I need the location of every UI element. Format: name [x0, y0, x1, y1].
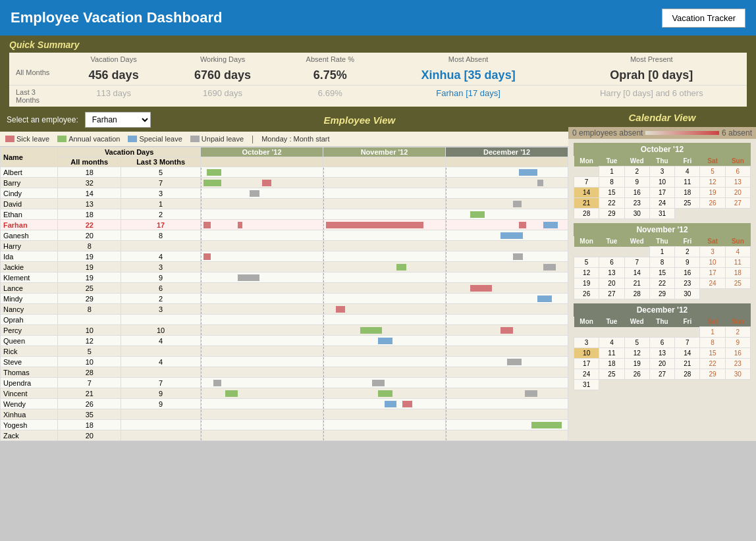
emp-last3: 8	[121, 230, 201, 241]
nov-week2: 567 89 1011	[574, 257, 751, 268]
emp-name: Xinhua	[1, 409, 58, 420]
emp-all-months: 21	[58, 388, 121, 399]
last3-label: Last 3 Months	[9, 86, 62, 107]
nov-header: November '12	[323, 147, 446, 157]
emp-name: Mindy	[1, 294, 58, 304]
emp-all-months: 19	[58, 251, 121, 262]
last3-most-absent: Farhan [17 days]	[436, 88, 500, 98]
all-most-absent: Xinhua [35 days]	[421, 68, 516, 82]
dec-week1: 12	[574, 327, 751, 338]
all-months-col-header: All months	[58, 157, 121, 167]
quick-summary-title: Quick Summary	[9, 39, 747, 50]
emp-last3: 7	[121, 178, 201, 188]
legend-annual: Annual vacation	[57, 135, 120, 143]
emp-last3: 4	[121, 251, 201, 262]
emp-last3	[121, 420, 201, 430]
employee-view-title: Employee View	[157, 115, 562, 126]
employee-select[interactable]: Farhan	[85, 112, 151, 128]
dec-cal-grid: MonTueWed ThuFri SatSun 12 345 67 89 101…	[574, 317, 751, 390]
emp-last3: 4	[121, 336, 201, 346]
last3-col-header: Last 3 Months	[121, 157, 201, 167]
summary-table: Vacation Days Working Days Absent Rate %…	[9, 53, 747, 107]
emp-last3	[121, 315, 201, 325]
absence-gradient	[645, 131, 719, 135]
oct-31: 31	[649, 209, 674, 219]
nov-week4: 192021 2223 2425	[574, 278, 751, 289]
emp-last3: 3	[121, 262, 201, 272]
table-row: Klement199	[1, 272, 568, 283]
table-row: Yogesh18	[1, 420, 568, 430]
emp-name: Thomas	[1, 367, 58, 378]
oct-26: 26	[700, 198, 725, 209]
table-row: Ida194	[1, 251, 568, 262]
oct-14: 14	[574, 188, 599, 198]
emp-last3	[121, 367, 201, 378]
emp-name: Steve	[1, 357, 58, 367]
table-row: Harry8	[1, 241, 568, 251]
oct-16: 16	[624, 188, 649, 198]
oct-15: 15	[599, 188, 624, 198]
dec-week4: 171819 2021 2223	[574, 359, 751, 369]
emp-all-months: 7	[58, 378, 121, 388]
oct-18: 18	[675, 188, 700, 198]
all-vacation-days: 456 days	[89, 68, 139, 82]
emp-name: Ganesh	[1, 230, 58, 241]
emp-all-months: 26	[58, 399, 121, 409]
table-row: Oprah	[1, 315, 568, 325]
table-row: David131	[1, 199, 568, 209]
emp-all-months: 20	[58, 430, 121, 441]
nov-week3: 121314 1516 1718	[574, 268, 751, 278]
absent-min-label: 0 employees absent	[572, 128, 643, 138]
emp-all-months: 18	[58, 209, 121, 220]
emp-name: Zack	[1, 430, 58, 441]
oct-week4: 21 22 23 24 25 26 27	[574, 198, 751, 209]
select-employee-label: Select an employee:	[7, 115, 78, 124]
special-icon	[128, 136, 137, 142]
sun-header: Sun	[725, 156, 750, 167]
oct-days-header	[201, 157, 323, 167]
emp-last3: 5	[121, 167, 201, 178]
emp-name: Ida	[1, 251, 58, 262]
all-working-days: 6760 days	[194, 68, 251, 82]
emp-all-months	[58, 315, 121, 325]
table-row: Nancy83	[1, 304, 568, 315]
annual-label: Annual vacation	[68, 135, 120, 143]
october-calendar: October '12 Mon Tue Wed Thu Fri Sat Sun …	[574, 143, 751, 219]
special-label: Special leave	[139, 135, 182, 143]
emp-name: Jackie	[1, 262, 58, 272]
table-row: Wendy269	[1, 399, 568, 409]
vacation-tracker-button[interactable]: Vacation Tracker	[662, 9, 745, 28]
dec-week6: 31	[574, 380, 751, 390]
oct-header: October '12	[201, 147, 323, 157]
mon-header: Mon	[574, 156, 599, 167]
wed-header: Wed	[624, 156, 649, 167]
oct-week2: 7 8 9 10 11 12 13	[574, 177, 751, 188]
oct-week5: 28 29 30 31	[574, 209, 751, 219]
emp-name: Cindy	[1, 188, 58, 199]
summary-col-vacation: Vacation Days	[62, 53, 165, 66]
nov-cal-grid: MonTueWed ThuFri SatSun 12 34 567 89 101…	[574, 236, 751, 299]
emp-last3: 1	[121, 199, 201, 209]
emp-all-months: 5	[58, 346, 121, 357]
emp-name: Rick	[1, 346, 58, 357]
emp-last3	[121, 409, 201, 420]
table-row: Queen124	[1, 336, 568, 346]
page-title: Employee Vacation Dashboard	[11, 9, 223, 26]
emp-last3: 7	[121, 378, 201, 388]
emp-all-months: 14	[58, 188, 121, 199]
table-row: Lance256	[1, 283, 568, 294]
emp-all-months: 19	[58, 272, 121, 283]
emp-name: Queen	[1, 336, 58, 346]
oct-21: 21	[574, 198, 599, 209]
table-row: Rick5	[1, 346, 568, 357]
emp-last3: 9	[121, 272, 201, 283]
employee-table-container: Name Vacation Days October '12 November …	[0, 147, 568, 441]
oct-week3: 14 15 16 17 18 19 20	[574, 188, 751, 198]
dec-header: December '12	[446, 147, 568, 157]
emp-last3: 4	[121, 357, 201, 367]
absence-bar: 0 employees absent 6 absent	[568, 127, 756, 139]
oct-7: 7	[574, 177, 599, 188]
oct-23: 23	[624, 198, 649, 209]
tue-header: Tue	[599, 156, 624, 167]
vacation-days-header: Vacation Days	[58, 147, 201, 157]
